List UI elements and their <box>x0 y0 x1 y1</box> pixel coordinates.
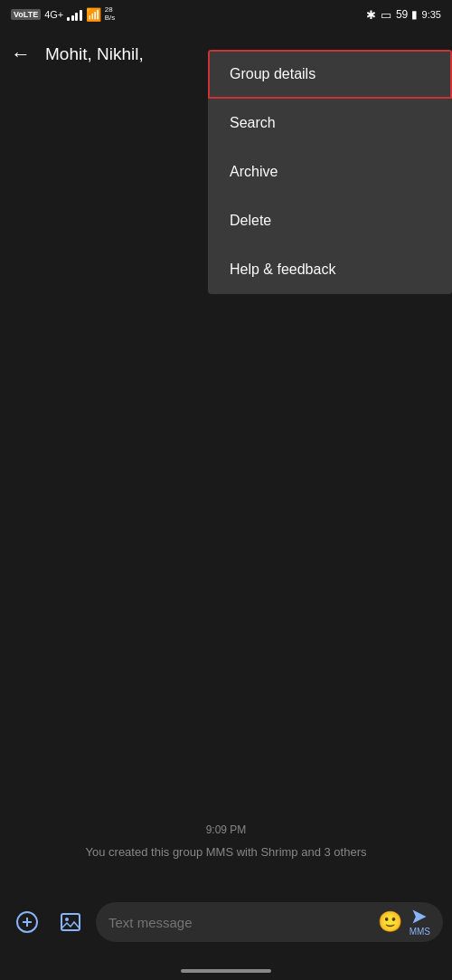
menu-item-search[interactable]: Search <box>208 99 452 147</box>
status-bar-left: VoLTE 4G+ 📶 28 B/s <box>11 6 115 23</box>
signal-bar-1 <box>67 17 70 21</box>
wifi-icon: 📶 <box>86 7 101 22</box>
mms-label: MMS <box>410 927 430 937</box>
media-button[interactable] <box>52 904 89 940</box>
menu-item-archive[interactable]: Archive <box>208 147 452 196</box>
sim-icon: ▭ <box>381 8 391 22</box>
status-bar-right: ✱ ▭ 59 ▮ 9:35 <box>366 8 441 22</box>
send-icon <box>410 908 428 926</box>
message-input[interactable] <box>108 915 371 930</box>
svg-rect-3 <box>61 914 80 930</box>
battery-indicator: 59 ▮ <box>396 8 418 21</box>
emoji-button[interactable]: 🙂 <box>378 910 402 934</box>
svg-point-4 <box>65 918 69 921</box>
bluetooth-icon: ✱ <box>366 8 376 22</box>
back-button[interactable]: ← <box>11 43 31 66</box>
menu-item-help-feedback[interactable]: Help & feedback <box>208 245 452 294</box>
add-icon <box>16 911 38 933</box>
signal-bar-4 <box>80 10 82 21</box>
network-speed: 28 B/s <box>105 6 116 23</box>
context-menu: Group details Search Archive Delete Help… <box>208 50 452 294</box>
send-mms-button[interactable]: MMS <box>410 908 430 937</box>
svg-marker-5 <box>413 910 427 924</box>
signal-bar-3 <box>75 13 78 21</box>
time-display: 9:35 <box>422 9 441 20</box>
signal-bar-2 <box>71 15 74 21</box>
bottom-bar: 🙂 MMS <box>0 891 452 953</box>
status-bar: VoLTE 4G+ 📶 28 B/s ✱ ▭ 59 ▮ 9:35 <box>0 0 452 29</box>
media-icon <box>60 911 81 933</box>
menu-item-group-details[interactable]: Group details <box>208 50 452 99</box>
message-input-container[interactable]: 🙂 MMS <box>96 902 443 942</box>
network-type: 4G+ <box>44 9 63 20</box>
add-button[interactable] <box>9 904 45 940</box>
system-message: You created this group MMS with Shrimp a… <box>0 843 452 861</box>
message-timestamp: 9:09 PM <box>0 823 452 836</box>
speed-unit: B/s <box>105 14 116 23</box>
volte-badge: VoLTE <box>11 9 41 20</box>
signal-bars <box>67 8 82 21</box>
menu-item-delete[interactable]: Delete <box>208 196 452 245</box>
home-indicator <box>181 969 271 973</box>
